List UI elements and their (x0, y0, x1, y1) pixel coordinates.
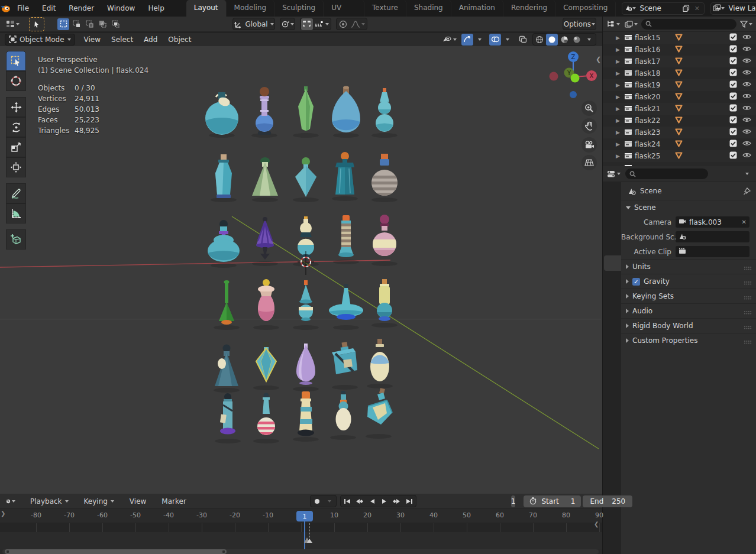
outliner-item-name[interactable]: flask15 (635, 34, 673, 42)
select-mode-set[interactable] (57, 18, 69, 30)
exclude-checkbox[interactable] (729, 45, 737, 54)
outliner-item-name[interactable]: flask18 (635, 69, 673, 77)
outliner-item-name[interactable]: flask22 (635, 116, 673, 125)
editor-type-selector[interactable] (5, 18, 21, 30)
outliner-item-name[interactable]: flask19 (635, 81, 673, 89)
tool-annotate[interactable] (6, 183, 26, 203)
expand-arrow-icon[interactable]: ▶ (616, 106, 622, 112)
hide-eye-icon[interactable] (742, 140, 751, 148)
properties-tab-output[interactable] (604, 219, 621, 234)
select-mode-extend[interactable] (70, 18, 82, 30)
flask-object[interactable] (244, 334, 289, 393)
properties-tab-data[interactable] (604, 369, 621, 384)
gizmo-z-neg[interactable] (570, 91, 577, 98)
expand-arrow-icon[interactable]: ▶ (616, 35, 622, 41)
proportional-edit-toggle[interactable] (337, 18, 349, 30)
hide-eye-icon[interactable] (742, 57, 751, 66)
panel-keying-sets[interactable]: Keying Sets (621, 289, 756, 303)
tool-rotate[interactable] (6, 117, 26, 137)
timeline-editor-type[interactable] (5, 495, 17, 507)
pivot-point-selector[interactable] (280, 18, 295, 30)
outliner-row[interactable]: ▶flask16 (603, 44, 756, 56)
tool-select-box[interactable] (6, 51, 26, 71)
scene-selector[interactable]: Scene ✕ (622, 2, 705, 15)
flask-object[interactable] (283, 146, 328, 205)
hide-eye-icon[interactable] (742, 34, 751, 42)
properties-tab-view-layer[interactable] (604, 234, 621, 250)
frame-end-field[interactable]: End 250 (583, 495, 632, 507)
properties-tab-object[interactable] (604, 292, 621, 307)
expand-arrow-icon[interactable]: ▶ (616, 141, 622, 147)
expand-arrow-icon[interactable]: ▶ (616, 82, 622, 88)
outliner-item-name[interactable]: flask20 (635, 93, 673, 101)
properties-tab-modifiers[interactable] (604, 307, 621, 323)
outliner-row[interactable]: ▶flask21 (603, 103, 756, 115)
flask-object[interactable] (243, 146, 287, 205)
hide-eye-icon[interactable] (742, 128, 751, 137)
snap-settings[interactable] (314, 18, 330, 30)
mode-selector[interactable]: Object Mode (5, 34, 75, 46)
tool-move[interactable] (6, 97, 26, 117)
topbar-menu-edit[interactable]: Edit (35, 0, 62, 17)
snap-toggle[interactable] (301, 18, 313, 30)
outliner-row[interactable]: ▶flask23 (603, 127, 756, 138)
prev-keyframe-button[interactable] (354, 496, 366, 507)
outliner-item-name[interactable]: flask16 (635, 46, 673, 54)
expand-arrow-icon[interactable]: ▶ (616, 129, 622, 135)
panel-drag-handle[interactable] (744, 279, 752, 284)
outliner-search[interactable] (641, 19, 736, 30)
panel-audio[interactable]: Audio (621, 303, 756, 318)
properties-tab-tool[interactable] (604, 182, 621, 197)
active-tool-box-select[interactable] (29, 17, 44, 31)
outliner-item-name[interactable]: flask23 (635, 128, 673, 137)
panel-drag-handle[interactable] (744, 338, 752, 343)
view-layer-name[interactable]: View Layer (725, 4, 756, 12)
exclude-checkbox[interactable] (729, 69, 737, 78)
property-field[interactable] (676, 231, 749, 242)
workspace-tab-sculpting[interactable]: Sculpting (274, 0, 324, 17)
outliner-row[interactable]: ▶flask17 (603, 56, 756, 67)
timeline-menu-keying[interactable]: Keying (79, 497, 119, 506)
flask-object[interactable] (362, 82, 407, 140)
playhead[interactable]: 1 (296, 511, 313, 521)
keying-set-dropdown[interactable] (324, 496, 335, 507)
shading-dropdown[interactable] (583, 34, 595, 46)
viewport-menu-view[interactable]: View (79, 35, 106, 44)
current-frame-field[interactable]: 1 (511, 495, 516, 507)
exclude-checkbox[interactable] (729, 33, 737, 43)
properties-tab-scene[interactable] (604, 255, 621, 271)
viewport-menu-select[interactable]: Select (106, 35, 138, 44)
viewport-menu-add[interactable]: Add (138, 35, 163, 44)
select-mode-intersect[interactable] (109, 18, 121, 30)
shading-wireframe[interactable] (534, 34, 545, 46)
exclude-checkbox[interactable] (729, 140, 737, 149)
overlays-toggle[interactable] (489, 34, 501, 46)
toggle-ortho-button[interactable] (581, 155, 597, 170)
outliner-row[interactable]: ▶flask19 (603, 79, 756, 91)
properties-tab-constraints[interactable] (604, 354, 621, 369)
properties-options[interactable] (741, 168, 753, 180)
flask-object[interactable] (244, 387, 289, 446)
flask-object[interactable] (322, 145, 367, 203)
flask-object[interactable] (201, 212, 246, 270)
outliner-item-name[interactable]: flask25 (635, 152, 673, 160)
panel-drag-handle[interactable] (744, 264, 752, 269)
hide-eye-icon[interactable] (742, 93, 751, 101)
tool-add-cube[interactable] (6, 229, 26, 250)
exclude-checkbox[interactable] (729, 151, 737, 161)
outliner-filter-view-layer[interactable] (623, 18, 639, 30)
outliner-row[interactable]: ▶flask22 (603, 115, 756, 127)
pan-view-button[interactable] (581, 118, 597, 134)
clear-button[interactable]: ✕ (742, 219, 747, 225)
unlink-scene-button[interactable]: ✕ (692, 4, 702, 14)
flask-object[interactable] (242, 82, 287, 140)
panel-drag-handle[interactable] (744, 294, 752, 299)
expand-arrow-icon[interactable]: ▶ (616, 118, 622, 124)
properties-tab-material[interactable] (604, 390, 621, 406)
timeline-menu-playback[interactable]: Playback (25, 497, 74, 506)
panel-rigid-body-world[interactable]: Rigid Body World (621, 318, 756, 333)
sidebar-collapse-arrow[interactable]: ❮ (596, 56, 601, 63)
overlays-dropdown[interactable] (502, 34, 513, 46)
exclude-checkbox[interactable] (729, 128, 737, 137)
workspace-tab-uv-editing[interactable]: UV Editing (324, 0, 364, 17)
